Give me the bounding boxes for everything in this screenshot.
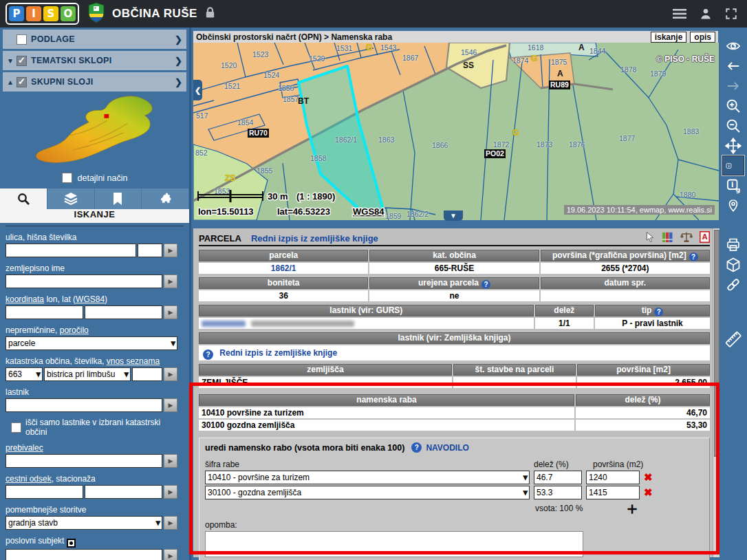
street-input[interactable] bbox=[6, 244, 136, 257]
panel-scrollbar[interactable] bbox=[713, 228, 719, 557]
landuse-edit-form: uredi namensko rabo (vsota mora biti ena… bbox=[199, 438, 710, 560]
help-icon[interactable]: ? bbox=[411, 442, 422, 453]
share-input[interactable] bbox=[534, 471, 582, 484]
help-icon[interactable]: ? bbox=[654, 308, 663, 316]
owner-input[interactable] bbox=[6, 398, 162, 412]
accordion-caret-icon[interactable]: ▲ bbox=[7, 78, 17, 86]
zk-report-link[interactable]: Redni izpis iz zemljiške knjige bbox=[219, 348, 337, 358]
map-label: 1879 bbox=[650, 69, 666, 78]
help-icon[interactable]: ? bbox=[689, 252, 698, 261]
pan-icon[interactable] bbox=[722, 136, 744, 155]
fullscreen-icon[interactable] bbox=[725, 8, 737, 20]
tab-search[interactable] bbox=[0, 189, 47, 209]
landuse-code-select[interactable]: 30100 - gozdna zemljišča▾ bbox=[205, 486, 530, 499]
dropdown-chevron-icon: ▾ bbox=[124, 369, 129, 379]
user-icon[interactable] bbox=[699, 7, 713, 21]
road-search-button[interactable]: ▶ bbox=[164, 485, 177, 499]
identify-group-icon[interactable]: ig bbox=[722, 175, 744, 195]
remove-row-button[interactable]: ✖ bbox=[644, 471, 653, 484]
cursor-select-icon[interactable] bbox=[645, 231, 655, 246]
geoname-input[interactable] bbox=[6, 274, 162, 288]
land-type-cell: ZEMLJIŠČE bbox=[199, 377, 452, 388]
cadastral-search-button[interactable]: ▶ bbox=[164, 367, 177, 381]
area-input[interactable] bbox=[586, 471, 640, 484]
note-label: opomba: bbox=[205, 520, 704, 530]
piso-logo[interactable]: P I S O bbox=[6, 3, 79, 25]
accordion-caret-icon[interactable]: ▼ bbox=[7, 57, 17, 65]
podlage-checkbox[interactable] bbox=[17, 34, 27, 45]
navodilo-link[interactable]: NAVODILO bbox=[426, 443, 468, 453]
dropdown-chevron-icon: ▾ bbox=[171, 338, 175, 348]
owners-in-cadastral-checkbox[interactable] bbox=[11, 422, 21, 433]
road-section-input[interactable] bbox=[6, 485, 83, 499]
scales-icon[interactable] bbox=[680, 231, 693, 246]
3d-view-icon[interactable] bbox=[722, 255, 744, 274]
land-registry-link[interactable]: Redni izpis iz zemljiške knjige bbox=[251, 233, 378, 244]
help-icon[interactable]: ? bbox=[203, 349, 213, 360]
iskanje-button[interactable]: iskanje bbox=[651, 32, 687, 43]
boniteta-cell: 36 bbox=[199, 290, 368, 301]
street-search-button[interactable]: ▶ bbox=[164, 244, 177, 257]
area-input[interactable] bbox=[586, 486, 640, 499]
municipality-overview-map[interactable] bbox=[0, 94, 189, 170]
eye-icon[interactable] bbox=[722, 36, 744, 56]
back-arrow-icon[interactable] bbox=[722, 56, 744, 76]
tab-tools[interactable] bbox=[142, 189, 189, 209]
business-info-icon[interactable] bbox=[67, 539, 76, 548]
measure-icon[interactable] bbox=[722, 329, 744, 349]
detail-mode-checkbox[interactable] bbox=[62, 173, 72, 183]
note-textarea[interactable] bbox=[205, 531, 583, 557]
resident-input[interactable] bbox=[6, 454, 162, 468]
opis-button[interactable]: opis bbox=[690, 32, 715, 43]
lon-input[interactable] bbox=[6, 305, 83, 319]
tab-layers[interactable] bbox=[47, 189, 95, 209]
remove-row-button[interactable]: ✖ bbox=[644, 486, 653, 499]
map-label: 1529 bbox=[309, 54, 325, 63]
realestate-select[interactable]: parcele▾ bbox=[6, 336, 177, 350]
services-search-button[interactable]: ▶ bbox=[164, 516, 177, 530]
house-number-input[interactable] bbox=[138, 244, 162, 257]
logo-letter-i: I bbox=[26, 6, 41, 21]
scrollbar-thumb[interactable] bbox=[714, 230, 719, 457]
geoname-search-button[interactable]: ▶ bbox=[164, 274, 177, 288]
tab-bookmarks[interactable] bbox=[95, 189, 142, 209]
cadastral-name-select[interactable]: bistrica pri limbušu▾ bbox=[44, 367, 131, 381]
municipality-coat-of-arms bbox=[87, 2, 105, 25]
zoom-in-icon[interactable] bbox=[722, 96, 744, 116]
share-input[interactable] bbox=[534, 486, 582, 499]
parcel-id-link[interactable]: 1862/1 bbox=[271, 263, 296, 273]
help-icon[interactable]: ? bbox=[481, 280, 490, 289]
landuse-code-select[interactable]: 10410 - površine za turizem▾ bbox=[205, 471, 530, 484]
tematski-checkbox[interactable] bbox=[17, 56, 27, 66]
forward-arrow-icon[interactable] bbox=[722, 76, 744, 96]
link-icon[interactable] bbox=[722, 274, 744, 294]
add-row-button[interactable]: ＋ bbox=[624, 502, 640, 515]
map-canvas[interactable]: 1520152315291531154318671524152118561857… bbox=[193, 43, 719, 220]
accordion-podlage[interactable]: PODLAGE ❯ bbox=[3, 30, 186, 49]
lat-input[interactable] bbox=[85, 305, 162, 319]
identify-icon[interactable]: i bbox=[722, 155, 744, 175]
legal-acts-icon[interactable] bbox=[662, 231, 673, 246]
accordion-skupni-sloji[interactable]: ▲ SKUPNI SLOJI ❯ bbox=[3, 72, 186, 91]
business-input[interactable] bbox=[6, 549, 162, 560]
pdf-icon[interactable]: A bbox=[700, 231, 710, 246]
stationing-input[interactable] bbox=[85, 485, 162, 499]
accordion-tematski-sklopi[interactable]: ▼ TEMATSKI SKLOPI ❯ bbox=[3, 51, 186, 70]
resident-search-button[interactable]: ▶ bbox=[164, 454, 177, 468]
services-select[interactable]: gradnja stavb▾ bbox=[6, 516, 162, 530]
owner-search-button[interactable]: ▶ bbox=[164, 398, 177, 412]
coordinate-search-button[interactable]: ▶ bbox=[164, 305, 177, 319]
business-search-button[interactable]: ▶ bbox=[164, 549, 177, 560]
skupni-checkbox[interactable] bbox=[17, 77, 27, 87]
top-bar: P I S O OBČINA RUŠE bbox=[0, 0, 747, 28]
map-label: 1521 bbox=[224, 82, 240, 90]
piso-app: P I S O OBČINA RUŠE bbox=[0, 0, 747, 560]
collapse-sidebar-button[interactable]: ❮ bbox=[193, 80, 202, 100]
print-icon[interactable] bbox=[722, 235, 744, 255]
zoom-out-icon[interactable] bbox=[722, 116, 744, 136]
location-pin-icon[interactable] bbox=[722, 195, 744, 215]
cadastral-code-select[interactable]: 663▾ bbox=[6, 367, 43, 381]
collapse-map-button[interactable]: ▼ bbox=[444, 211, 463, 221]
parcel-number-input[interactable] bbox=[132, 367, 162, 381]
menu-icon[interactable] bbox=[673, 8, 686, 19]
